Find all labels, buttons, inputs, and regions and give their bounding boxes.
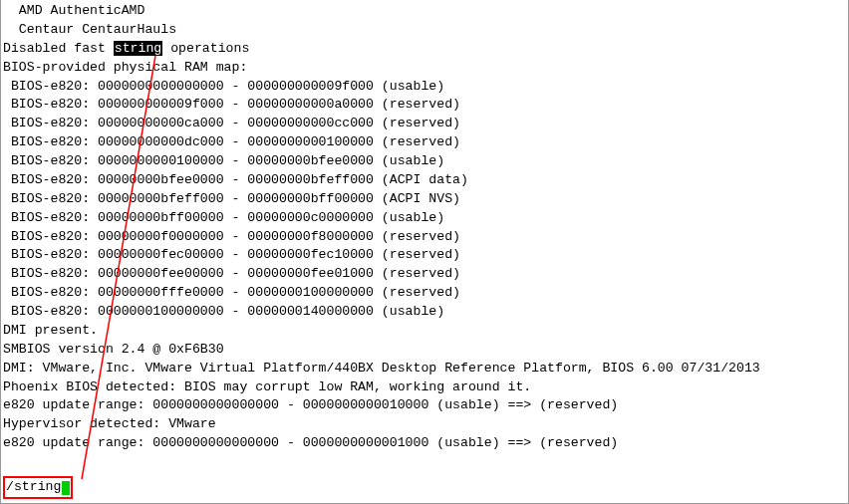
- terminal-line: e820 update range: 0000000000000000 - 00…: [3, 396, 846, 415]
- terminal-line: BIOS-e820: 00000000000dc000 - 0000000000…: [3, 133, 846, 152]
- line-text: BIOS-e820: 00000000bfeff000 - 00000000bf…: [3, 191, 460, 206]
- line-text: BIOS-e820: 00000000bff00000 - 00000000c0…: [3, 210, 444, 225]
- terminal-line: DMI present.: [3, 322, 846, 341]
- line-text: DMI: VMware, Inc. VMware Virtual Platfor…: [3, 361, 760, 376]
- line-text: Disabled fast: [3, 41, 114, 56]
- terminal-line: BIOS-e820: 00000000bfeff000 - 00000000bf…: [3, 190, 846, 209]
- terminal-line: BIOS-e820: 00000000f0000000 - 00000000f8…: [3, 228, 846, 247]
- search-prefix: /: [6, 478, 14, 497]
- terminal-line: DMI: VMware, Inc. VMware Virtual Platfor…: [3, 360, 846, 378]
- terminal-line: BIOS-provided physical RAM map:: [3, 59, 846, 78]
- line-text: operations: [162, 41, 249, 56]
- line-text: BIOS-e820: 00000000bfee0000 - 00000000bf…: [3, 172, 468, 187]
- line-text: BIOS-e820: 0000000000000000 - 0000000000…: [3, 79, 444, 94]
- terminal-line: BIOS-e820: 00000000fffe0000 - 0000000100…: [3, 284, 846, 303]
- line-text: BIOS-e820: 000000000009f000 - 0000000000…: [3, 97, 460, 112]
- terminal-line: AMD AuthenticAMD: [3, 2, 846, 21]
- cursor-icon: [62, 481, 70, 495]
- line-text: Centaur CentaurHauls: [3, 22, 176, 37]
- line-text: DMI present.: [3, 323, 98, 338]
- line-text: e820 update range: 0000000000000000 - 00…: [3, 397, 618, 412]
- terminal-line: BIOS-e820: 00000000bfee0000 - 00000000bf…: [3, 171, 846, 190]
- search-prompt[interactable]: /string: [3, 476, 73, 499]
- line-text: SMBIOS version 2.4 @ 0xF6B30: [3, 342, 224, 357]
- terminal-line: BIOS-e820: 00000000000ca000 - 0000000000…: [3, 115, 846, 133]
- line-text: Hypervisor detected: VMware: [3, 416, 216, 431]
- line-text: BIOS-provided physical RAM map:: [3, 60, 247, 75]
- line-text: BIOS-e820: 00000000f0000000 - 00000000f8…: [3, 229, 460, 244]
- terminal-line: BIOS-e820: 00000000fee00000 - 00000000fe…: [3, 265, 846, 284]
- terminal-line: Hypervisor detected: VMware: [3, 415, 846, 434]
- terminal-line: BIOS-e820: 00000000fec00000 - 00000000fe…: [3, 246, 846, 265]
- search-highlight: string: [114, 41, 162, 56]
- line-text: BIOS-e820: 00000000fee00000 - 00000000fe…: [3, 266, 460, 281]
- terminal-line: SMBIOS version 2.4 @ 0xF6B30: [3, 341, 846, 360]
- line-text: BIOS-e820: 00000000000ca000 - 0000000000…: [3, 116, 460, 130]
- terminal-line: Centaur CentaurHauls: [3, 21, 846, 40]
- terminal-line: Disabled fast string operations: [3, 40, 846, 59]
- search-query: string: [14, 478, 61, 497]
- terminal-line: BIOS-e820: 000000000009f000 - 0000000000…: [3, 96, 846, 115]
- line-text: BIOS-e820: 0000000000100000 - 00000000bf…: [3, 153, 444, 168]
- line-text: BIOS-e820: 00000000000dc000 - 0000000000…: [3, 134, 460, 149]
- terminal-line: Phoenix BIOS detected: BIOS may corrupt …: [3, 378, 846, 397]
- terminal-line: e820 update range: 0000000000000000 - 00…: [3, 434, 846, 453]
- line-text: e820 update range: 0000000000000000 - 00…: [3, 435, 618, 450]
- terminal-line: BIOS-e820: 0000000000000000 - 0000000000…: [3, 78, 846, 97]
- line-text: AMD AuthenticAMD: [3, 3, 144, 18]
- terminal-line: BIOS-e820: 0000000000100000 - 00000000bf…: [3, 152, 846, 171]
- line-text: BIOS-e820: 00000000fec00000 - 00000000fe…: [3, 247, 460, 262]
- line-text: BIOS-e820: 0000000100000000 - 0000000140…: [3, 304, 444, 319]
- line-text: Phoenix BIOS detected: BIOS may corrupt …: [3, 379, 531, 394]
- terminal-line: BIOS-e820: 00000000bff00000 - 00000000c0…: [3, 209, 846, 228]
- terminal-line: BIOS-e820: 0000000100000000 - 0000000140…: [3, 303, 846, 322]
- terminal-output: AMD AuthenticAMD Centaur CentaurHaulsDis…: [1, 0, 848, 453]
- line-text: BIOS-e820: 00000000fffe0000 - 0000000100…: [3, 285, 460, 300]
